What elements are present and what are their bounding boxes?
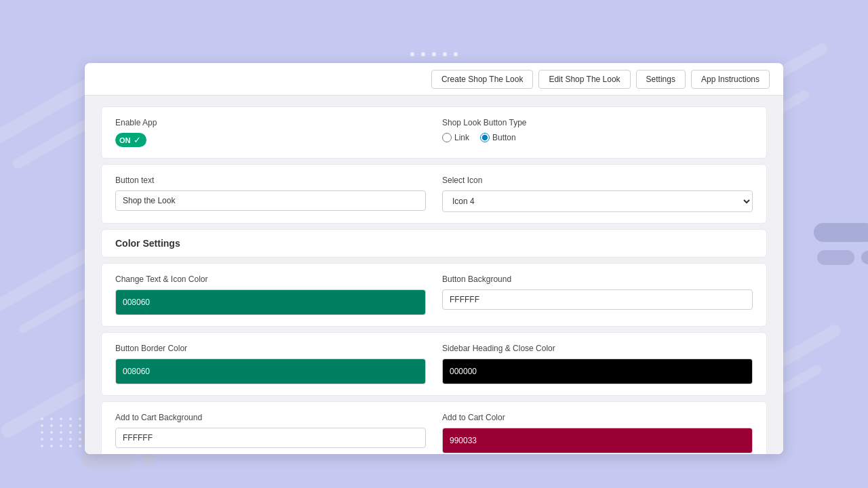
- enable-app-col: Enable App ON ✓: [115, 118, 426, 147]
- text-icon-color-col: Change Text & Icon Color 008060: [115, 274, 426, 315]
- button-text-col: Button text: [115, 176, 426, 212]
- button-border-col: Button Border Color 008060: [115, 344, 426, 384]
- text-icon-color-value: 008060: [123, 298, 150, 307]
- text-icon-color-swatch: 008060: [116, 290, 425, 314]
- text-icon-color-card: Change Text & Icon Color 008060 Button B…: [101, 263, 767, 327]
- cart-colors-card: Add to Cart Background Add to Cart Color…: [101, 401, 767, 454]
- button-type-col: Shop Look Button Type Link Button: [442, 118, 753, 147]
- cart-color-col: Add to Cart Color 990033: [442, 413, 753, 453]
- text-icon-color-label: Change Text & Icon Color: [115, 274, 426, 284]
- text-icon-color-field[interactable]: 008060: [115, 289, 426, 315]
- button-border-label: Button Border Color: [115, 344, 426, 353]
- sidebar-heading-field[interactable]: 000000: [442, 359, 753, 384]
- cart-bg-input[interactable]: [115, 428, 426, 448]
- main-content: Enable App ON ✓ Shop Look Button Type Li…: [85, 96, 783, 454]
- top-nav: Create Shop The Look Edit Shop The Look …: [85, 63, 783, 96]
- sidebar-heading-col: Sidebar Heading & Close Color 000000: [442, 344, 753, 384]
- radio-button-label[interactable]: Button: [480, 133, 516, 142]
- button-text-label: Button text: [115, 176, 426, 185]
- radio-button[interactable]: [480, 133, 490, 142]
- radio-button-text: Button: [492, 133, 516, 142]
- radio-link[interactable]: [442, 133, 452, 142]
- app-window: Create Shop The Look Edit Shop The Look …: [85, 63, 783, 454]
- enable-app-label: Enable App: [115, 118, 426, 127]
- radio-link-label[interactable]: Link: [442, 133, 469, 142]
- button-bg-label: Button Background: [442, 274, 753, 284]
- cart-bg-label: Add to Cart Background: [115, 413, 426, 422]
- sidebar-heading-swatch: 000000: [443, 359, 752, 384]
- button-border-field[interactable]: 008060: [115, 359, 426, 384]
- select-icon-label: Select Icon: [442, 176, 753, 185]
- cart-bg-col: Add to Cart Background: [115, 413, 426, 453]
- button-border-value: 008060: [123, 367, 150, 376]
- enable-app-toggle[interactable]: ON ✓: [115, 133, 146, 147]
- sidebar-heading-label: Sidebar Heading & Close Color: [442, 344, 753, 353]
- button-border-swatch: 008060: [116, 359, 425, 384]
- button-text-card: Button text Select Icon Icon 1 Icon 2 Ic…: [101, 164, 767, 224]
- select-icon-col: Select Icon Icon 1 Icon 2 Icon 3 Icon 4 …: [442, 176, 753, 212]
- edit-shop-button[interactable]: Edit Shop The Look: [538, 70, 630, 89]
- right-pills-decoration: [814, 223, 868, 265]
- button-bg-input[interactable]: [442, 289, 753, 310]
- button-text-input[interactable]: [115, 190, 426, 211]
- app-instructions-button[interactable]: App Instructions: [691, 70, 770, 89]
- button-type-label: Shop Look Button Type: [442, 118, 753, 127]
- cart-color-label: Add to Cart Color: [442, 413, 753, 422]
- color-settings-header: Color Settings: [101, 229, 767, 258]
- radio-link-text: Link: [454, 133, 469, 142]
- create-shop-button[interactable]: Create Shop The Look: [431, 70, 534, 89]
- toggle-check-icon: ✓: [134, 135, 141, 145]
- cart-color-value: 990033: [450, 436, 477, 445]
- enable-app-card: Enable App ON ✓ Shop Look Button Type Li…: [101, 106, 767, 159]
- cart-color-swatch: 990033: [443, 428, 752, 453]
- dots-decoration: [410, 52, 458, 56]
- select-icon-dropdown[interactable]: Icon 1 Icon 2 Icon 3 Icon 4 Icon 5: [442, 190, 753, 212]
- toggle-text: ON: [119, 136, 131, 144]
- sidebar-heading-value: 000000: [450, 367, 477, 376]
- radio-group: Link Button: [442, 133, 753, 142]
- border-sidebar-card: Button Border Color 008060 Sidebar Headi…: [101, 332, 767, 396]
- settings-button[interactable]: Settings: [636, 70, 686, 89]
- cart-color-field[interactable]: 990033: [442, 428, 753, 453]
- button-bg-col: Button Background: [442, 274, 753, 315]
- color-settings-title: Color Settings: [115, 238, 753, 249]
